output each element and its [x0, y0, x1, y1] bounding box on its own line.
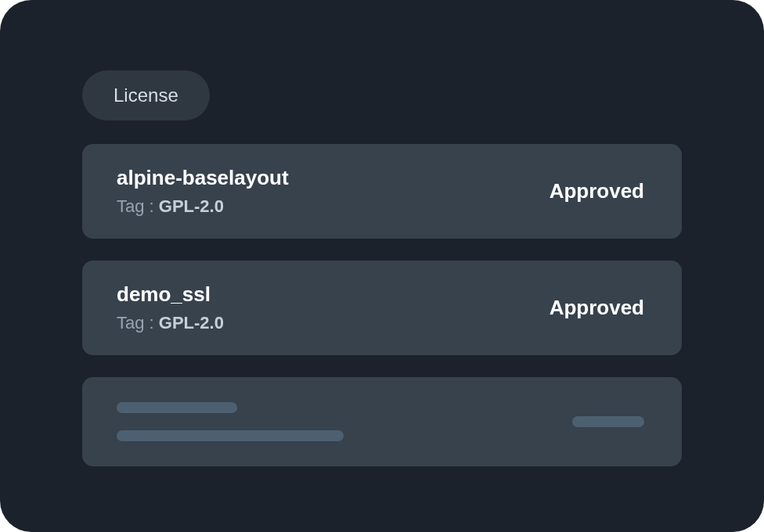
skeleton-title-bar	[117, 402, 237, 413]
tab-label: License	[114, 84, 178, 106]
license-card[interactable]: alpine-baselayout Tag : GPL-2.0 Approved	[82, 144, 682, 239]
tab-license[interactable]: License	[82, 70, 210, 120]
card-tag: Tag : GPL-2.0	[117, 196, 289, 217]
card-info: demo_ssl Tag : GPL-2.0	[117, 282, 224, 333]
card-status: Approved	[550, 179, 644, 203]
card-tag-label: Tag :	[117, 313, 159, 332]
license-card[interactable]: demo_ssl Tag : GPL-2.0 Approved	[82, 261, 682, 355]
card-status: Approved	[550, 296, 644, 320]
card-tag: Tag : GPL-2.0	[117, 313, 224, 333]
license-card-loading	[82, 377, 682, 466]
card-tag-value: GPL-2.0	[159, 313, 224, 332]
card-title: alpine-baselayout	[117, 166, 289, 190]
card-tag-label: Tag :	[117, 196, 159, 216]
skeleton-status-bar	[572, 416, 644, 427]
skeleton-subtitle-bar	[117, 430, 344, 441]
card-info: alpine-baselayout Tag : GPL-2.0	[117, 166, 289, 217]
license-panel: License alpine-baselayout Tag : GPL-2.0 …	[0, 0, 764, 532]
card-tag-value: GPL-2.0	[159, 196, 224, 216]
skeleton-info	[117, 402, 344, 441]
card-title: demo_ssl	[117, 282, 224, 307]
